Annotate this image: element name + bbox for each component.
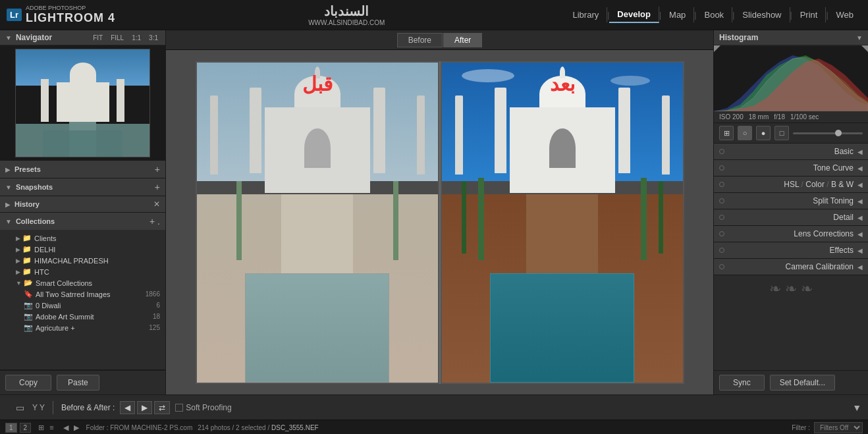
next-arrow[interactable]: ▶ xyxy=(72,423,81,433)
nav-book[interactable]: Book xyxy=(696,7,732,22)
copy-button[interactable]: Copy xyxy=(5,375,51,391)
collection-agriculture[interactable]: 📷 Agricuture + 125 xyxy=(0,322,165,333)
page-2-btn[interactable]: 2 xyxy=(20,423,32,433)
nav-develop[interactable]: Develop xyxy=(609,7,659,23)
soft-proof: Soft Proofing xyxy=(175,403,231,412)
nav-library[interactable]: Library xyxy=(564,7,607,22)
camera-cal-arrow: ◀ xyxy=(857,263,863,271)
rect-tool[interactable]: □ xyxy=(774,126,789,140)
ba-arrows: ◀ ▶ ⇄ xyxy=(120,401,170,414)
ba-swap-btn[interactable]: ⇄ xyxy=(154,401,170,414)
collection-starred[interactable]: 🔖 All Two Satrred Images 1866 xyxy=(0,288,165,300)
ba-right-btn[interactable]: ▶ xyxy=(137,401,152,414)
after-tab[interactable]: After xyxy=(443,33,482,47)
folder-path: Folder : FROM MACHINE-2 PS.com xyxy=(86,424,193,431)
collections-add[interactable]: + . xyxy=(149,216,160,227)
camera-info: ISO 200 18 mm f/18 1/100 sec xyxy=(714,111,868,123)
collection-htc[interactable]: ▶ 📁 HTC xyxy=(0,266,165,277)
filter-area: Filter : Filters Off xyxy=(792,422,863,433)
hsl-arrow: ◀ xyxy=(857,181,863,188)
app-name: LIGHTROOM 4 xyxy=(26,11,115,25)
nav-map[interactable]: Map xyxy=(661,7,694,22)
zoom-fit[interactable]: FIT xyxy=(91,34,105,42)
grid-icon[interactable]: ⊞ xyxy=(36,423,46,433)
histogram-svg xyxy=(714,45,868,111)
camera-cal-header[interactable]: Camera Calibration ◀ xyxy=(714,259,868,275)
history-header[interactable]: ▶ History ✕ xyxy=(0,196,165,212)
camera-cal-label: Camera Calibration xyxy=(728,262,854,271)
main-layout: ▼ Navigator FIT FILL 1:1 3:1 xyxy=(0,30,868,394)
starred-label: All Two Satrred Images xyxy=(36,290,143,298)
presets-header[interactable]: ▶ Presets + xyxy=(0,161,165,178)
snapshots-header[interactable]: ▼ Snapshots + xyxy=(0,178,165,196)
tone-curve-header[interactable]: Tone Curve ◀ xyxy=(714,160,868,176)
zoom-3-1[interactable]: 3:1 xyxy=(147,34,160,42)
prev-arrow[interactable]: ◀ xyxy=(61,423,70,433)
nav-web[interactable]: Web xyxy=(828,7,862,22)
color-part: Color xyxy=(805,180,825,189)
view-icons: ▭ xyxy=(13,401,27,414)
split-toning-arrow: ◀ xyxy=(857,198,863,205)
center-toolbar: Before After xyxy=(166,30,713,50)
history-close[interactable]: ✕ xyxy=(153,200,160,209)
set-default-button[interactable]: Set Default... xyxy=(770,375,835,391)
effects-dot xyxy=(719,248,724,253)
histogram-header[interactable]: Histogram ▼ xyxy=(714,30,868,45)
collections-header[interactable]: ▼ Collections + . xyxy=(0,213,165,230)
snapshots-add[interactable]: + xyxy=(155,182,160,192)
before-tab[interactable]: Before xyxy=(397,33,443,47)
filter-dropdown[interactable]: Filters Off xyxy=(814,422,863,433)
before-image-panel: قبل xyxy=(196,61,439,384)
watermark-url: WWW.ALSINDIBAD.COM xyxy=(308,19,385,26)
basic-header[interactable]: Basic ◀ xyxy=(714,144,868,159)
collection-summit[interactable]: 📷 Adobe Art Summit 18 xyxy=(0,311,165,322)
agriculture-count: 125 xyxy=(149,324,160,331)
collection-delhi[interactable]: ▶ 📁 DELHI xyxy=(0,244,165,255)
lens-header[interactable]: Lens Corrections ◀ xyxy=(714,226,868,242)
hsl-header[interactable]: HSL / Color / B & W ◀ xyxy=(714,176,868,192)
nav-slideshow[interactable]: Slideshow xyxy=(734,7,790,22)
crop-tool[interactable]: ⊞ xyxy=(719,126,734,140)
ba-left-btn[interactable]: ◀ xyxy=(120,401,135,414)
paste-button[interactable]: Paste xyxy=(57,375,99,391)
detail-header[interactable]: Detail ◀ xyxy=(714,209,868,225)
top-bar: Lr ADOBE PHOTOSHOP LIGHTROOM 4 السندباد … xyxy=(0,0,868,30)
split-toning-header[interactable]: Split Toning ◀ xyxy=(714,193,868,209)
zoom-1-1[interactable]: 1:1 xyxy=(130,34,143,42)
navigator-header[interactable]: ▼ Navigator FIT FILL 1:1 3:1 xyxy=(0,30,165,45)
circle-tool[interactable]: ○ xyxy=(738,126,752,140)
list-icon[interactable]: ≡ xyxy=(47,423,55,433)
collection-diwali[interactable]: 📷 0 Diwali 6 xyxy=(0,300,165,311)
collection-smart[interactable]: ▼ 📂 Smart Collections xyxy=(0,277,165,288)
dot-tool[interactable]: ● xyxy=(756,126,771,140)
zoom-options: FIT FILL 1:1 3:1 xyxy=(91,34,160,42)
presets-add[interactable]: + xyxy=(155,164,160,175)
watermark-arabic: السندباد xyxy=(324,3,369,19)
lens-dot xyxy=(719,231,724,236)
expand-arrow: ▼ xyxy=(16,280,22,286)
copy-paste-bar: Copy Paste xyxy=(0,370,165,394)
soft-proof-checkbox[interactable] xyxy=(175,404,183,412)
center-dropdown[interactable]: ▼ xyxy=(852,402,861,413)
photos-count: 214 photos / 2 selected / xyxy=(198,424,269,431)
navigator-preview xyxy=(0,45,165,161)
hsl-label: HSL / Color / B & W xyxy=(728,180,854,189)
panel-basic: Basic ◀ xyxy=(714,144,868,160)
collections-content: ▶ 📁 Clients ▶ 📁 DELHI ▶ 📁 HIMACHAL PRADE… xyxy=(0,230,165,336)
zoom-fill[interactable]: FILL xyxy=(109,34,126,42)
effects-header[interactable]: Effects ◀ xyxy=(714,242,868,258)
split-toning-dot xyxy=(719,198,724,203)
delhi-label: DELHI xyxy=(34,246,160,254)
tool-slider[interactable] xyxy=(793,132,863,134)
page-1-btn[interactable]: 1 xyxy=(5,423,17,433)
shutter-info: 1/100 sec xyxy=(790,113,819,121)
folder-icon: 📁 xyxy=(22,234,32,242)
himachal-label: HIMACHAL PRADESH xyxy=(34,257,160,265)
nav-print[interactable]: Print xyxy=(792,7,827,22)
bw-part: B & W xyxy=(831,180,854,189)
view-icon-1[interactable]: ▭ xyxy=(13,401,27,414)
sync-button[interactable]: Sync xyxy=(719,375,765,391)
collection-clients[interactable]: ▶ 📁 Clients xyxy=(0,232,165,244)
right-bottom-bar: Sync Set Default... xyxy=(714,370,868,394)
collection-himachal[interactable]: ▶ 📁 HIMACHAL PRADESH xyxy=(0,255,165,266)
